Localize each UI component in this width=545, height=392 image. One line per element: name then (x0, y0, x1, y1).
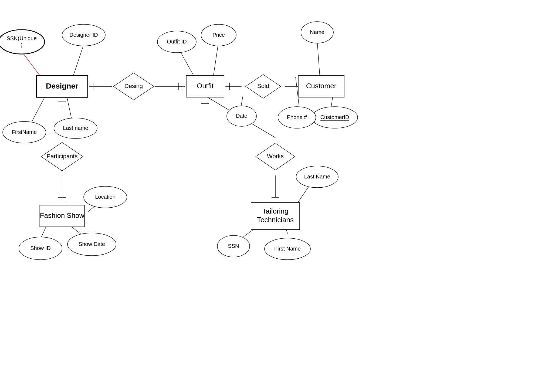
er-diagram (0, 0, 545, 392)
